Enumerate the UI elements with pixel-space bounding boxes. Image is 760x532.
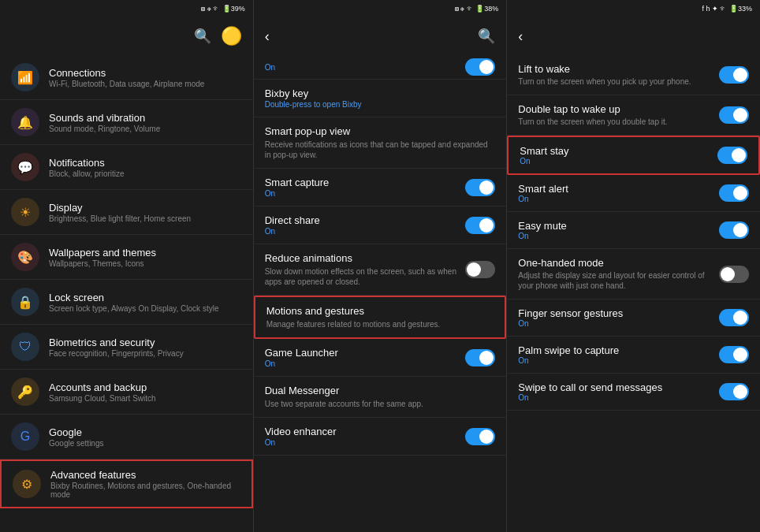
motion-status-smart-stay: On [520,157,710,166]
toggle-video-enhancer[interactable] [465,428,495,445]
motion-item-finger-sensor[interactable]: Finger sensor gestures On [507,299,760,337]
toggle-double-tap-wake[interactable] [719,106,749,124]
search-icon-1[interactable]: 🔍 [194,28,211,45]
motion-status-smart-alert: On [518,195,711,203]
adv-row-video-enhancer: Video enhancer On [265,426,496,447]
motion-desc-double-tap-wake: Turn on the screen when you double tap i… [518,117,711,127]
motion-item-palm-swipe[interactable]: Palm swipe to capture On [507,337,760,374]
toggle-lift-wake[interactable] [719,66,749,84]
motion-text-smart-stay: Smart stay On [520,145,710,166]
toggle-finger-sensor[interactable] [719,309,749,326]
back-icon-2[interactable]: ‹ [265,28,270,45]
adv-item-motions-gestures[interactable]: Motions and gestures Manage features rel… [254,296,507,339]
item-subtitle-biometrics: Face recognition, Fingerprints, Privacy [49,349,242,358]
advanced-list: On Bixby key Double-press to open Bixby … [254,55,507,532]
toggle-smart-stay[interactable] [717,147,747,164]
adv-row-reduce-animations: Reduce animations Slow down motion effec… [265,252,496,287]
item-title-connections: Connections [49,67,242,79]
settings-item-display[interactable]: ☀ Display Brightness, Blue light filter,… [0,190,253,235]
item-icon-accounts: 🔑 [11,378,39,406]
adv-title-video-enhancer: Video enhancer [265,426,337,437]
item-subtitle-sounds: Sound mode, Ringtone, Volume [49,125,242,133]
motion-item-easy-mute[interactable]: Easy mute On [507,212,760,249]
adv-item-video-enhancer[interactable]: Video enhancer On [254,418,507,456]
adv-item-dual-messenger[interactable]: Dual Messenger Use two separate accounts… [254,377,507,418]
adv-item-text-direct-share: Direct share On [265,214,320,236]
item-subtitle-accounts: Samsung Cloud, Smart Switch [49,394,242,403]
item-title-wallpapers: Wallpapers and themes [49,247,242,259]
item-icon-display: ☀ [11,198,39,226]
motion-status-easy-mute: On [518,232,711,240]
adv-item-bixby-key[interactable]: Bixby key Double-press to open Bixby [254,80,507,117]
motion-title-finger-sensor: Finger sensor gestures [518,307,711,319]
adv-row-bixby-key: Bixby key Double-press to open Bixby [265,87,496,109]
toggle-easy-mute[interactable] [719,221,749,239]
adv-item-smart-popup[interactable]: Smart pop-up view Receive notifications … [254,117,507,169]
item-icon-biometrics: 🛡 [11,333,39,361]
settings-item-google[interactable]: G Google Google settings [0,415,253,459]
motion-item-double-tap-wake[interactable]: Double tap to wake up Turn on the screen… [507,95,760,136]
toggle-direct-share[interactable] [465,217,495,234]
motion-item-smart-alert[interactable]: Smart alert On [507,175,760,212]
battery-icon-3: f h ✦ ᯤ 🔋33% [702,5,752,13]
item-text-sounds: Sounds and vibration Sound mode, Rington… [49,112,242,133]
motion-text-finger-sensor: Finger sensor gestures On [518,307,711,328]
adv-title-reduce-animations: Reduce animations [265,252,466,264]
item-text-advanced: Advanced features Bixby Routines, Motion… [50,469,240,499]
item-icon-notifications: 💬 [11,153,39,181]
motion-title-smart-stay: Smart stay [520,145,710,157]
settings-item-wallpapers[interactable]: 🎨 Wallpapers and themes Wallpapers, Them… [0,235,253,280]
status-icons-2: ▣ ⊕ ᯤ 🔋38% [455,5,499,13]
adv-desc-bixby-key: Double-press to open Bixby [265,100,362,109]
settings-item-notifications[interactable]: 💬 Notifications Block, allow, prioritize [0,145,253,190]
toggle-swipe-call[interactable] [719,383,749,400]
motion-title-one-handed: One-handed mode [518,257,711,269]
adv-item-reduce-animations[interactable]: Reduce animations Slow down motion effec… [254,244,507,296]
adv-row-game-launcher: Game Launcher On [265,347,496,368]
motion-item-one-handed[interactable]: One-handed mode Adjust the display size … [507,249,760,299]
toggle-smart-capture[interactable] [465,179,495,196]
motions-list: Lift to wake Turn on the screen when you… [507,55,760,532]
toggle-one-handed[interactable] [719,266,749,283]
item-title-accounts: Accounts and backup [49,381,242,393]
toggle-game-launcher[interactable] [465,349,495,366]
panel-settings: ▣ ⊕ ᯤ 🔋39% 🔍 🟡 📶 Connections Wi-Fi, Blue… [0,0,254,532]
toggle-smart-alert[interactable] [719,184,749,202]
adv-desc-dual-messenger: Use two separate accounts for the same a… [265,399,423,409]
avatar-1[interactable]: 🟡 [221,26,242,47]
item-subtitle-connections: Wi-Fi, Bluetooth, Data usage, Airplane m… [49,80,242,88]
search-icon-2[interactable]: 🔍 [478,28,495,45]
item-title-sounds: Sounds and vibration [49,112,242,124]
adv-title-direct-share: Direct share [265,214,320,226]
back-icon-3[interactable]: ‹ [518,28,523,45]
settings-item-advanced[interactable]: ⚙ Advanced features Bixby Routines, Moti… [0,459,253,508]
toggle-palm-swipe[interactable] [719,346,749,363]
settings-item-connections[interactable]: 📶 Connections Wi-Fi, Bluetooth, Data usa… [0,55,253,100]
adv-item-direct-share[interactable]: Direct share On [254,206,507,244]
adv-item-text-smart-capture: Smart capture On [265,177,330,198]
item-text-lockscreen: Lock screen Screen lock type, Always On … [49,292,242,313]
adv-item-game-launcher[interactable]: Game Launcher On [254,339,507,377]
item-icon-connections: 📶 [11,63,39,91]
motion-item-smart-stay[interactable]: Smart stay On [507,136,760,175]
motion-item-lift-wake[interactable]: Lift to wake Turn on the screen when you… [507,55,760,95]
motion-status-swipe-call: On [518,393,711,402]
adv-item-status-partial: On [265,63,275,72]
adv-item-text-game-launcher: Game Launcher On [265,347,338,368]
adv-status-game-launcher: On [265,359,338,368]
adv-item-smart-capture[interactable]: Smart capture On [254,169,507,206]
adv-item-partial[interactable]: On [254,55,507,80]
status-bar-1: ▣ ⊕ ᯤ 🔋39% [0,0,253,17]
motion-text-palm-swipe: Palm swipe to capture On [518,344,711,365]
motion-title-palm-swipe: Palm swipe to capture [518,344,711,356]
toggle-reduce-animations[interactable] [465,261,495,278]
header-1: 🔍 🟡 [0,17,253,55]
item-subtitle-wallpapers: Wallpapers, Themes, Icons [49,259,242,268]
settings-item-accounts[interactable]: 🔑 Accounts and backup Samsung Cloud, Sma… [0,370,253,415]
item-title-lockscreen: Lock screen [49,292,242,303]
motion-item-swipe-call[interactable]: Swipe to call or send messages On [507,374,760,411]
settings-item-biometrics[interactable]: 🛡 Biometrics and security Face recogniti… [0,325,253,370]
settings-item-lockscreen[interactable]: 🔒 Lock screen Screen lock type, Always O… [0,280,253,325]
settings-item-sounds[interactable]: 🔔 Sounds and vibration Sound mode, Ringt… [0,100,253,145]
toggle-partial[interactable] [465,58,495,76]
